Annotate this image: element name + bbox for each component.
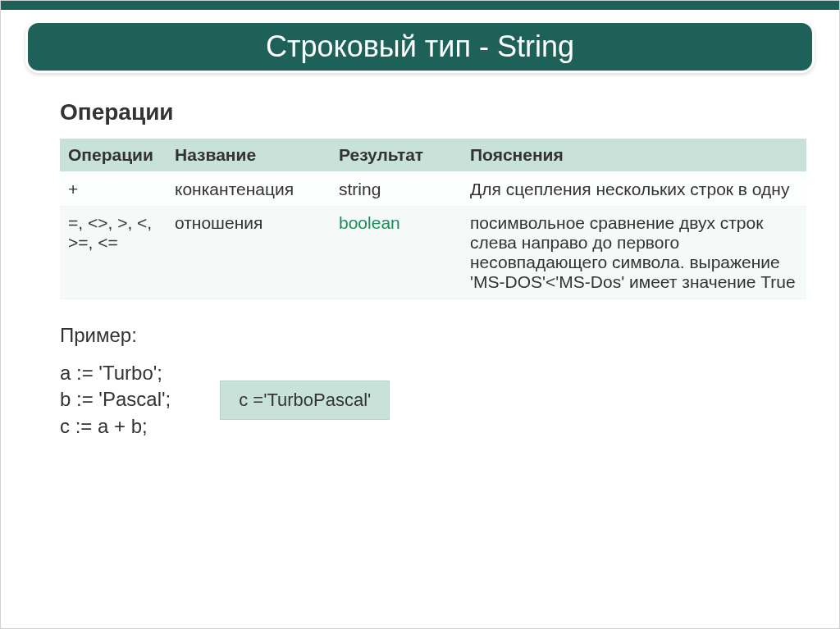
content-area: Операции Операции Название Результат Поя… — [60, 99, 806, 440]
cell-op: + — [60, 172, 167, 207]
example-row: a := 'Turbo'; b := 'Pascal'; c := a + b;… — [60, 360, 806, 440]
code-line: c := a + b; — [60, 413, 171, 440]
table-row: + конкантенация string Для сцепления нес… — [60, 172, 806, 207]
table-header-row: Операции Название Результат Пояснения — [60, 139, 806, 172]
cell-name: отношения — [167, 207, 331, 299]
example-label: Пример: — [60, 324, 806, 347]
example-code: a := 'Turbo'; b := 'Pascal'; c := a + b; — [60, 360, 171, 440]
slide-title: Строковый тип - String — [266, 30, 574, 64]
code-line: a := 'Turbo'; — [60, 360, 171, 386]
table-header-result: Результат — [331, 139, 462, 172]
cell-result: boolean — [331, 207, 462, 299]
table-row: =, <>, >, <, >=, <= отношения boolean по… — [60, 207, 806, 299]
code-line: b := 'Pascal'; — [60, 386, 171, 412]
title-bar: Строковый тип - String — [25, 21, 815, 73]
table-header-op: Операции — [60, 139, 167, 172]
example-block: Пример: a := 'Turbo'; b := 'Pascal'; c :… — [60, 324, 806, 440]
cell-result: string — [331, 172, 462, 207]
example-result: c ='TurboPascal' — [220, 381, 390, 420]
slide-container: Строковый тип - String Операции Операции… — [0, 0, 840, 629]
cell-name: конкантенация — [167, 172, 331, 207]
top-stripe — [1, 1, 839, 10]
table-header-desc: Пояснения — [462, 139, 806, 172]
cell-desc: посимвольное сравнение двух строк слева … — [462, 207, 806, 299]
table-header-name: Название — [167, 139, 331, 172]
operations-table: Операции Название Результат Пояснения + … — [60, 139, 806, 299]
cell-op: =, <>, >, <, >=, <= — [60, 207, 167, 299]
section-heading: Операции — [60, 99, 806, 125]
cell-desc: Для сцепления нескольких строк в одну — [462, 172, 806, 207]
